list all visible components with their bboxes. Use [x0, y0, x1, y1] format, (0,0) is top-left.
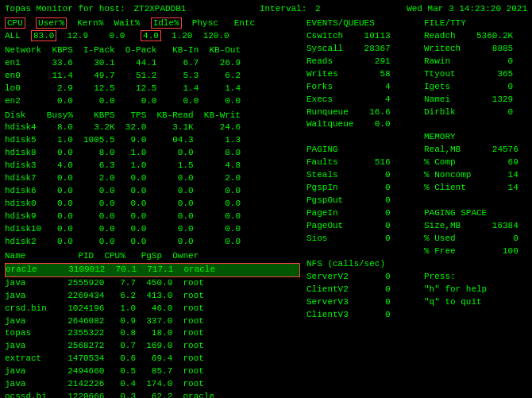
file-memory-col: FILE/TTY Readch 5360.2K Writech 8885 Raw… — [424, 17, 527, 398]
process-rows: java 2555920 7.7 450.9 root java 2269434… — [5, 277, 300, 398]
header-title: Topas Monitor for host: ZT2XPADDB1 Inter… — [5, 3, 321, 16]
disk-data: Disk Busy% KBPS TPS KB-Read KB-Writ hdis… — [5, 110, 300, 249]
topas-monitor: Topas Monitor for host: ZT2XPADDB1 Inter… — [5, 3, 527, 398]
process-oracle-highlight: oracle 3109012 70.1 717.1 oracle — [5, 263, 300, 277]
events-paging-col: EVENTS/QUEUES Cswitch 10113 Syscall 2836… — [306, 17, 418, 398]
network-data: Network KBPS I-Pack O-Pack KB-In KB-Out … — [5, 44, 300, 108]
cpu-section: CPU User% Kern% Wait% Idle% Physc Entc A… — [5, 17, 300, 43]
process-section: Name PID CPU% PgSp Owner oracle 3109012 … — [5, 250, 300, 398]
process-header: Name PID CPU% PgSp Owner — [5, 250, 300, 263]
main-content: CPU User% Kern% Wait% Idle% Physc Entc A… — [5, 17, 527, 398]
network-section: Network KBPS I-Pack O-Pack KB-In KB-Out … — [5, 44, 300, 108]
header: Topas Monitor for host: ZT2XPADDB1 Inter… — [5, 3, 527, 16]
header-date: Wed Mar 3 14:23:20 2021 — [407, 3, 527, 16]
cpu-header: CPU User% Kern% Wait% Idle% Physc Entc A… — [5, 17, 300, 43]
hostname: ZT2XPADDB1 — [133, 4, 186, 14]
file-tty-data: FILE/TTY Readch 5360.2K Writech 8885 Raw… — [424, 17, 527, 309]
events-data: EVENTS/QUEUES Cswitch 10113 Syscall 2836… — [306, 17, 418, 322]
left-panel: CPU User% Kern% Wait% Idle% Physc Entc A… — [5, 17, 300, 398]
right-panel: EVENTS/QUEUES Cswitch 10113 Syscall 2836… — [306, 17, 527, 398]
disk-section: Disk Busy% KBPS TPS KB-Read KB-Writ hdis… — [5, 110, 300, 249]
